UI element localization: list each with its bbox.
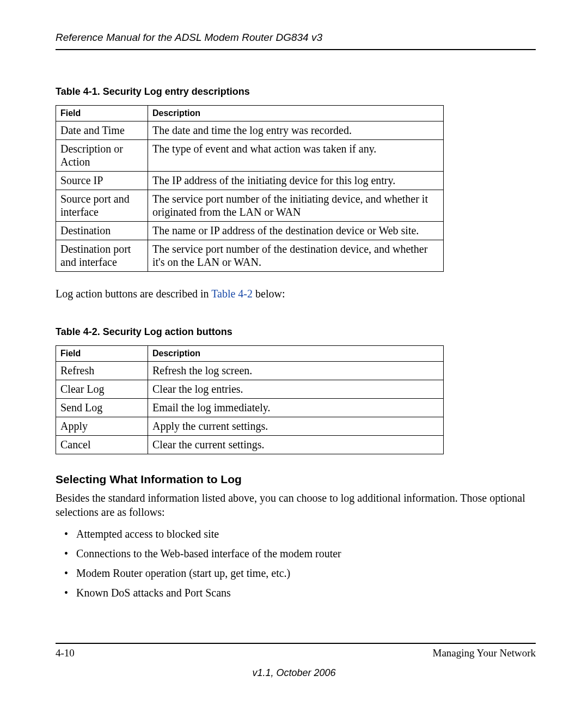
cell-field: Source IP	[56, 172, 148, 190]
chapter-title: Managing Your Network	[433, 647, 536, 659]
cell-desc: Email the log immediately.	[148, 398, 444, 417]
page-footer: 4-10 Managing Your Network	[56, 643, 536, 659]
cell-field: Destination	[56, 222, 148, 240]
cell-desc: The date and time the log entry was reco…	[148, 121, 444, 140]
table-row: Destination port and interfaceThe servic…	[56, 240, 444, 272]
list-item: Attempted access to blocked site	[76, 527, 536, 541]
cell-field: Destination port and interface	[56, 240, 148, 272]
running-header: Reference Manual for the ADSL Modem Rout…	[56, 32, 536, 50]
cell-field: Description or Action	[56, 140, 148, 172]
options-list: Attempted access to blocked site Connect…	[56, 527, 536, 600]
cell-desc: The type of event and what action was ta…	[148, 140, 444, 172]
table-row: DestinationThe name or IP address of the…	[56, 222, 444, 240]
table-security-log-entries: Field Description Date and TimeThe date …	[56, 105, 444, 272]
table2-head-description: Description	[148, 345, 444, 361]
table-row: Date and TimeThe date and time the log e…	[56, 121, 444, 140]
page-number: 4-10	[56, 647, 75, 659]
cell-field: Source port and interface	[56, 190, 148, 222]
table-row: Source IPThe IP address of the initiatin…	[56, 172, 444, 190]
table-row: Clear LogClear the log entries.	[56, 380, 444, 398]
table-row: RefreshRefresh the log screen.	[56, 361, 444, 380]
cell-field: Date and Time	[56, 121, 148, 140]
cell-field: Refresh	[56, 361, 148, 380]
list-item: Known DoS attacks and Port Scans	[76, 586, 536, 600]
text-fragment: Log action buttons are described in	[56, 288, 211, 300]
table-row: Source port and interfaceThe service por…	[56, 190, 444, 222]
table2-head-field: Field	[56, 345, 148, 361]
table1-caption: Table 4-1. Security Log entry descriptio…	[56, 86, 536, 98]
cell-desc: The IP address of the initiating device …	[148, 172, 444, 190]
table-row: Send LogEmail the log immediately.	[56, 398, 444, 417]
cell-field: Cancel	[56, 435, 148, 454]
table1-head-field: Field	[56, 106, 148, 121]
version-line: v1.1, October 2006	[0, 667, 588, 679]
table2-caption: Table 4-2. Security Log action buttons	[56, 326, 536, 338]
table-row: CancelClear the current settings.	[56, 435, 444, 454]
cell-field: Clear Log	[56, 380, 148, 398]
body-paragraph: Log action buttons are described in Tabl…	[56, 287, 536, 301]
section-paragraph: Besides the standard information listed …	[56, 491, 536, 519]
cell-desc: The service port number of the initiatin…	[148, 190, 444, 222]
cell-desc: Apply the current settings.	[148, 417, 444, 435]
cell-desc: Clear the log entries.	[148, 380, 444, 398]
cell-field: Apply	[56, 417, 148, 435]
text-fragment: below:	[253, 288, 285, 300]
table-row: ApplyApply the current settings.	[56, 417, 444, 435]
cell-desc: Clear the current settings.	[148, 435, 444, 454]
cell-desc: Refresh the log screen.	[148, 361, 444, 380]
section-heading: Selecting What Information to Log	[56, 473, 536, 486]
xref-link[interactable]: Table 4-2	[211, 288, 253, 300]
cell-desc: The service port number of the destinati…	[148, 240, 444, 272]
table1-head-description: Description	[148, 106, 444, 121]
list-item: Connections to the Web-based interface o…	[76, 546, 536, 561]
list-item: Modem Router operation (start up, get ti…	[76, 566, 536, 580]
cell-desc: The name or IP address of the destinatio…	[148, 222, 444, 240]
table-row: Description or ActionThe type of event a…	[56, 140, 444, 172]
table-security-log-actions: Field Description RefreshRefresh the log…	[56, 345, 444, 454]
cell-field: Send Log	[56, 398, 148, 417]
